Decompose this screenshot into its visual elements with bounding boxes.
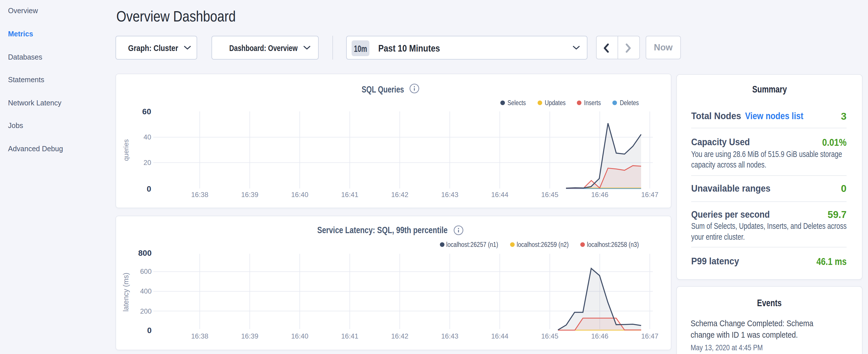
svg-text:0: 0 xyxy=(147,326,152,335)
svg-text:600: 600 xyxy=(140,267,152,275)
svg-text:queries: queries xyxy=(122,139,130,161)
svg-text:16:47: 16:47 xyxy=(641,332,658,340)
svg-text:16:42: 16:42 xyxy=(391,332,408,340)
svg-text:16:45: 16:45 xyxy=(541,191,558,198)
svg-text:16:41: 16:41 xyxy=(341,191,358,198)
svg-text:40: 40 xyxy=(144,133,151,141)
svg-text:16:46: 16:46 xyxy=(591,332,608,340)
svg-text:16:39: 16:39 xyxy=(241,191,258,198)
svg-text:16:38: 16:38 xyxy=(191,332,208,340)
svg-text:16:47: 16:47 xyxy=(641,191,658,198)
svg-text:16:38: 16:38 xyxy=(191,191,208,198)
svg-text:16:45: 16:45 xyxy=(541,332,558,340)
svg-text:200: 200 xyxy=(140,307,152,315)
svg-text:16:40: 16:40 xyxy=(291,191,308,198)
svg-text:16:42: 16:42 xyxy=(391,191,408,198)
svg-text:60: 60 xyxy=(142,107,151,116)
svg-text:20: 20 xyxy=(144,159,151,166)
svg-text:16:39: 16:39 xyxy=(241,332,258,340)
svg-text:16:44: 16:44 xyxy=(491,332,508,340)
svg-text:16:44: 16:44 xyxy=(491,191,508,198)
svg-text:16:43: 16:43 xyxy=(441,332,458,340)
svg-text:16:41: 16:41 xyxy=(341,332,358,340)
svg-text:16:40: 16:40 xyxy=(291,332,308,340)
svg-text:16:43: 16:43 xyxy=(441,191,458,198)
svg-text:0: 0 xyxy=(147,185,151,193)
svg-text:800: 800 xyxy=(138,249,152,257)
svg-text:16:46: 16:46 xyxy=(591,191,608,198)
svg-text:400: 400 xyxy=(140,287,152,295)
svg-text:latency (ms): latency (ms) xyxy=(122,273,130,312)
